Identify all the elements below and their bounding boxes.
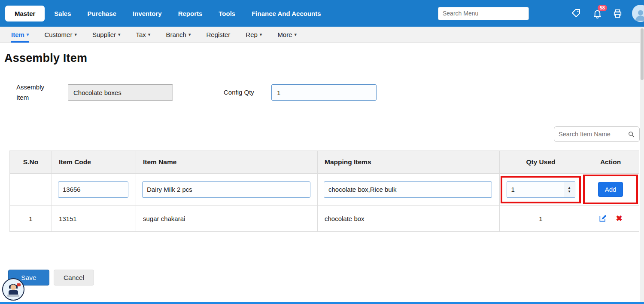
row-sno: 1 bbox=[10, 206, 52, 232]
support-chat-widget[interactable] bbox=[2, 278, 24, 301]
entry-input-row: ▲ ▼ Add bbox=[10, 174, 639, 206]
chevron-down-icon: ▾ bbox=[118, 32, 121, 37]
mapping-items-input[interactable] bbox=[324, 181, 492, 198]
chevron-down-icon: ▾ bbox=[27, 32, 29, 37]
subnav-item-label: Tax bbox=[136, 31, 146, 38]
search-menu-input[interactable] bbox=[438, 7, 529, 20]
cancel-button[interactable]: Cancel bbox=[54, 270, 94, 286]
top-navbar: Master Sales Purchase Inventory Reports … bbox=[0, 0, 644, 27]
subnav-item-rep[interactable]: Rep ▾ bbox=[246, 27, 262, 43]
row-actions: ✖ bbox=[589, 214, 632, 223]
item-name-input[interactable] bbox=[142, 181, 310, 198]
subnav-item-label: Branch bbox=[166, 31, 186, 38]
add-button-highlight-box: Add bbox=[583, 175, 638, 204]
vertical-scrollbar[interactable] bbox=[640, 27, 644, 302]
nav-item-inventory[interactable]: Inventory bbox=[133, 10, 162, 17]
subnav-item-supplier[interactable]: Supplier ▾ bbox=[92, 27, 121, 43]
chevron-down-icon: ▾ bbox=[260, 32, 262, 37]
section-divider bbox=[0, 121, 644, 121]
col-header-item-name: Item Name bbox=[136, 151, 318, 174]
sno-empty-cell bbox=[10, 174, 52, 206]
assembly-item-field[interactable] bbox=[68, 84, 173, 101]
item-code-input[interactable] bbox=[58, 181, 128, 198]
qty-used-input[interactable] bbox=[507, 182, 564, 197]
delete-icon[interactable]: ✖ bbox=[616, 215, 622, 222]
col-header-mapping-items: Mapping Items bbox=[318, 151, 500, 174]
nav-item-reports[interactable]: Reports bbox=[178, 10, 203, 17]
qty-spinner[interactable]: ▲ ▼ bbox=[564, 182, 575, 197]
subnav-item-register[interactable]: Register bbox=[206, 27, 230, 43]
row-qty-used: 1 bbox=[500, 206, 582, 232]
search-icon[interactable] bbox=[628, 131, 635, 138]
subnav-item-tax[interactable]: Tax ▾ bbox=[136, 27, 151, 43]
top-nav-items: Sales Purchase Inventory Reports Tools F… bbox=[54, 10, 321, 17]
col-header-item-code: Item Code bbox=[52, 151, 136, 174]
search-item-input[interactable] bbox=[559, 131, 628, 138]
nav-item-finance-and-accounts[interactable]: Finance And Accounts bbox=[252, 10, 321, 17]
subnav-item-label: Supplier bbox=[92, 31, 116, 38]
scrollbar-thumb[interactable] bbox=[641, 28, 644, 80]
tags-icon[interactable] bbox=[571, 8, 581, 18]
row-item-name: sugar chakarai bbox=[136, 206, 318, 232]
notification-badge: 58 bbox=[598, 5, 607, 11]
add-button[interactable]: Add bbox=[598, 182, 623, 197]
assembly-item-label: Assembly Item bbox=[16, 82, 56, 103]
table-row: 1 13151 sugar chakarai chocolate box 1 ✖ bbox=[10, 206, 639, 232]
subnav-item-label: Register bbox=[206, 31, 230, 38]
topbar-right: 58 bbox=[438, 5, 644, 22]
subnav-item-label: Customer bbox=[44, 31, 72, 38]
footer-actions: Save Cancel bbox=[8, 270, 644, 286]
sub-navbar: Item ▾ Customer ▾ Supplier ▾ Tax ▾ Branc… bbox=[0, 27, 644, 43]
bottom-accent-strip bbox=[0, 302, 644, 304]
printer-icon[interactable] bbox=[613, 9, 623, 18]
user-avatar[interactable] bbox=[632, 5, 644, 22]
nav-item-purchase[interactable]: Purchase bbox=[88, 10, 117, 17]
page-title: Assembly Item bbox=[0, 43, 644, 65]
search-item-box bbox=[554, 126, 640, 142]
table-header-row: S.No Item Code Item Name Mapping Items Q… bbox=[10, 151, 639, 174]
search-item-row bbox=[0, 126, 640, 142]
qty-used-highlight-box: ▲ ▼ bbox=[501, 176, 581, 203]
subnav-item-branch[interactable]: Branch ▾ bbox=[166, 27, 191, 43]
nav-item-tools[interactable]: Tools bbox=[219, 10, 235, 17]
chevron-down-icon: ▾ bbox=[188, 32, 191, 37]
subnav-item-label: Item bbox=[11, 31, 24, 38]
subnav-item-label: Rep bbox=[246, 31, 258, 38]
spinner-down-icon[interactable]: ▼ bbox=[568, 190, 571, 193]
qty-used-stepper: ▲ ▼ bbox=[507, 181, 575, 198]
nav-item-master[interactable]: Master bbox=[5, 6, 45, 21]
subnav-item-item[interactable]: Item ▾ bbox=[11, 27, 29, 43]
chevron-down-icon: ▾ bbox=[295, 32, 297, 37]
row-item-code: 13151 bbox=[52, 206, 136, 232]
notifications-bell-icon[interactable]: 58 bbox=[592, 9, 602, 18]
col-header-action: Action bbox=[582, 151, 639, 174]
spinner-up-icon[interactable]: ▲ bbox=[568, 186, 571, 190]
chevron-down-icon: ▾ bbox=[74, 32, 77, 37]
col-header-sno: S.No bbox=[10, 151, 52, 174]
config-qty-field[interactable] bbox=[271, 84, 377, 101]
subnav-item-label: More bbox=[277, 31, 292, 38]
subnav-item-more[interactable]: More ▾ bbox=[277, 27, 297, 43]
config-qty-label: Config Qty bbox=[224, 87, 254, 98]
subnav-item-customer[interactable]: Customer ▾ bbox=[44, 27, 77, 43]
chevron-down-icon: ▾ bbox=[148, 32, 151, 37]
assembly-items-table: S.No Item Code Item Name Mapping Items Q… bbox=[9, 150, 639, 232]
col-header-qty-used: Qty Used bbox=[500, 151, 582, 174]
assembly-form: Assembly Item Config Qty bbox=[16, 82, 644, 103]
nav-item-sales[interactable]: Sales bbox=[54, 10, 71, 17]
edit-icon[interactable] bbox=[598, 214, 607, 223]
row-mapping-items: chocolate box bbox=[318, 206, 500, 232]
